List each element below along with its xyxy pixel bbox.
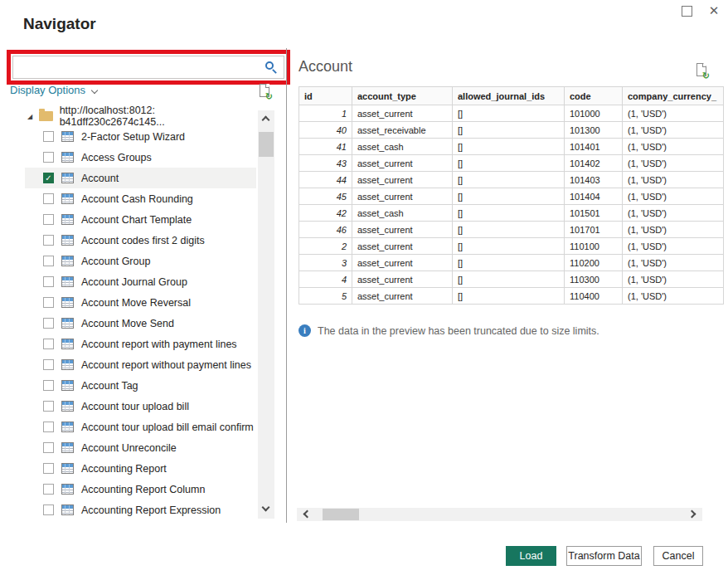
chevron-down-icon <box>91 86 98 93</box>
table-checkbox[interactable] <box>43 359 54 370</box>
scroll-up-icon[interactable] <box>262 116 270 124</box>
tree-item-label[interactable]: Account Cash Rounding <box>81 193 193 205</box>
tree-item[interactable]: Account Tag <box>25 375 256 396</box>
table-checkbox[interactable] <box>43 214 54 225</box>
refresh-arrows-icon: ↻ <box>702 71 710 81</box>
tree-item[interactable]: Accounting Report Expression <box>25 500 256 520</box>
tree-item-label[interactable]: Account codes first 2 digits <box>81 235 205 246</box>
scroll-right-icon[interactable] <box>688 510 696 519</box>
table-row: 4asset_current[]110300(1, 'USD') <box>299 271 724 288</box>
tree-item-label[interactable]: Account report with payment lines <box>81 339 237 350</box>
tree-item-label[interactable]: Account tour upload bill <box>81 401 189 412</box>
tree-item[interactable]: Access Groups <box>25 147 256 168</box>
tree-items: 2-Factor Setup WizardAccess Groups✓Accou… <box>0 126 257 520</box>
tree-item-label[interactable]: Account Unreconcile <box>81 442 177 454</box>
table-checkbox[interactable] <box>43 256 54 266</box>
expand-icon[interactable]: ◢ <box>27 113 32 120</box>
data-cell: (1, 'USD') <box>623 155 724 172</box>
table-checkbox[interactable] <box>43 484 54 495</box>
tree-item[interactable]: Account Move Send <box>25 313 256 334</box>
table-checkbox[interactable] <box>43 318 54 329</box>
column-header[interactable]: id <box>299 87 352 105</box>
tree-item-label[interactable]: Account Chart Template <box>81 214 192 226</box>
tree-item[interactable]: Accounting Report Column <box>25 479 256 500</box>
tree-item[interactable]: ✓Account <box>25 168 256 188</box>
table-icon <box>61 256 74 266</box>
data-cell: [] <box>453 105 565 122</box>
tree-item-label[interactable]: Account Move Send <box>81 318 174 329</box>
tree-item-label[interactable]: 2-Factor Setup Wizard <box>81 131 185 143</box>
tree-item-label[interactable]: Accounting Report Expression <box>81 504 221 516</box>
search-icon[interactable] <box>265 61 274 70</box>
table-checkbox[interactable] <box>43 235 54 246</box>
table-checkbox[interactable] <box>43 422 54 432</box>
close-icon[interactable]: ✕ <box>706 2 722 19</box>
data-cell: [] <box>453 255 565 271</box>
scroll-down-icon[interactable] <box>262 504 270 512</box>
tree-item[interactable]: 2-Factor Setup Wizard <box>25 126 256 147</box>
table-checkbox[interactable] <box>43 193 54 204</box>
tree-item-label[interactable]: Accounting Report Column <box>81 484 205 495</box>
table-row: 43asset_current[]101402(1, 'USD') <box>299 155 724 172</box>
table-checkbox[interactable]: ✓ <box>43 173 54 183</box>
tree-item[interactable]: Account Unreconcile <box>25 437 256 458</box>
column-header[interactable]: allowed_journal_ids <box>453 87 565 105</box>
tree-item[interactable]: Account Chart Template <box>25 209 256 230</box>
transform-data-button[interactable]: Transform Data <box>566 546 642 566</box>
data-cell: (1, 'USD') <box>623 188 724 205</box>
tree-item-label[interactable]: Account Tag <box>81 380 138 392</box>
tree-item-label[interactable]: Account report without payment lines <box>81 359 251 371</box>
refresh-preview-icon[interactable]: ↻ <box>695 63 710 80</box>
scroll-left-icon[interactable] <box>303 510 312 519</box>
scrollbar-thumb[interactable] <box>259 132 274 157</box>
tree-item-label[interactable]: Accounting Report <box>81 463 167 475</box>
refresh-tree-icon[interactable]: ↻ <box>258 84 273 100</box>
table-checkbox[interactable] <box>43 504 54 515</box>
data-cell: asset_current <box>352 238 453 255</box>
tree-item[interactable]: Account tour upload bill email confirm <box>25 417 256 437</box>
table-checkbox[interactable] <box>43 297 54 308</box>
tree-item[interactable]: Account Cash Rounding <box>25 188 256 209</box>
tree-item-label[interactable]: Account Group <box>81 256 150 267</box>
tree-item[interactable]: Accounting Report <box>25 458 256 479</box>
tree-item[interactable]: Account codes first 2 digits <box>25 230 256 251</box>
column-header[interactable]: company_currency_ <box>623 87 724 105</box>
column-header[interactable]: code <box>565 87 623 105</box>
tree-item-label[interactable]: Account <box>81 173 119 184</box>
table-checkbox[interactable] <box>43 401 54 412</box>
tree-item-label[interactable]: Account Move Reversal <box>81 297 191 309</box>
id-cell: 42 <box>299 205 352 222</box>
table-checkbox[interactable] <box>43 276 54 287</box>
table-checkbox[interactable] <box>43 152 54 163</box>
tree-scrollbar[interactable] <box>258 110 274 519</box>
data-cell: (1, 'USD') <box>623 205 724 222</box>
tree-item[interactable]: Account Move Reversal <box>25 292 256 313</box>
table-checkbox[interactable] <box>43 463 54 474</box>
scrollbar-thumb[interactable] <box>323 509 359 520</box>
search-input[interactable] <box>14 57 263 77</box>
tree-item[interactable]: Account report without payment lines <box>25 354 256 375</box>
tree-item-label[interactable]: Account Journal Group <box>81 276 187 288</box>
tree-item[interactable]: Account tour upload bill <box>25 396 256 417</box>
tree-root-node[interactable]: ◢ http://localhost:8012: b41dff230c2674c… <box>0 106 257 126</box>
data-cell: (1, 'USD') <box>623 172 724 188</box>
table-checkbox[interactable] <box>43 339 54 349</box>
table-checkbox[interactable] <box>43 131 54 142</box>
tree-root-label[interactable]: http://localhost:8012: b41dff230c2674c14… <box>60 105 257 128</box>
table-icon <box>61 401 74 412</box>
table-icon <box>61 504 74 515</box>
tree-item[interactable]: Account Group <box>25 251 256 271</box>
column-header[interactable]: account_type <box>352 87 453 105</box>
display-options-dropdown[interactable]: Display Options <box>10 84 97 96</box>
table-checkbox[interactable] <box>43 442 54 453</box>
cancel-button[interactable]: Cancel <box>653 546 703 566</box>
tree-item-label[interactable]: Access Groups <box>81 152 152 163</box>
tree-item-label[interactable]: Account tour upload bill email confirm <box>81 422 254 433</box>
data-cell: [] <box>453 271 565 288</box>
table-checkbox[interactable] <box>43 380 54 391</box>
tree-item[interactable]: Account Journal Group <box>25 271 256 292</box>
tree-item[interactable]: Account report with payment lines <box>25 334 256 354</box>
preview-horizontal-scrollbar[interactable] <box>297 508 702 521</box>
maximize-icon[interactable] <box>682 6 692 17</box>
load-button[interactable]: Load <box>506 546 556 566</box>
